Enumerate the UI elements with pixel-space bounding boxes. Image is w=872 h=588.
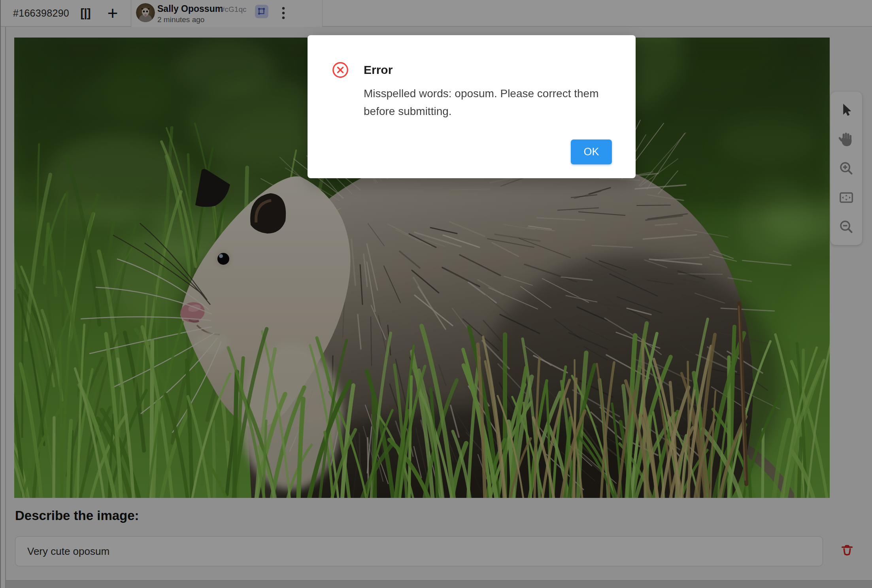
app-root: #166398290 [|] + Sally Opos	[0, 0, 872, 588]
ok-button[interactable]: OK	[571, 139, 612, 164]
error-x-circle-icon	[332, 62, 349, 78]
dialog-title: Error	[364, 61, 393, 79]
dialog-message: Misspelled words: oposum. Please correct…	[364, 85, 609, 120]
error-dialog: Error Misspelled words: oposum. Please c…	[308, 35, 636, 178]
